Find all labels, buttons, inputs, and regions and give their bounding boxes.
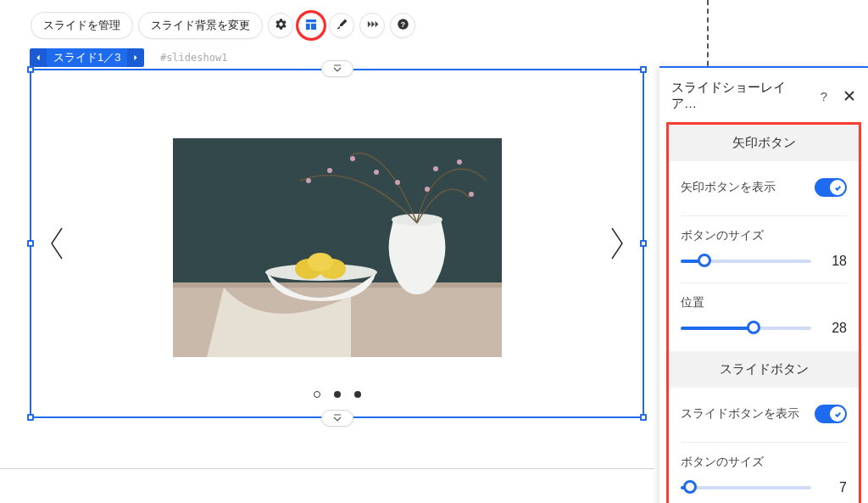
svg-point-10 xyxy=(395,180,400,185)
resize-handle[interactable] xyxy=(27,414,34,421)
svg-text:?: ? xyxy=(400,20,404,29)
arrow-position-slider[interactable] xyxy=(681,322,811,334)
selected-element: スライド1／3 #slideshow1 xyxy=(30,48,644,418)
slidebuttons-section-heading: スライドボタン xyxy=(669,351,859,388)
resize-handle[interactable] xyxy=(640,240,647,247)
arrows-section-heading: 矢印ボタン xyxy=(669,125,859,161)
resize-handle[interactable] xyxy=(640,66,647,73)
panel-highlighted-body: 矢印ボタン 矢印ボタンを表示 ボタンのサイズ 18 位置 xyxy=(666,122,861,503)
layout-panel: スライドショーレイア… ? 矢印ボタン 矢印ボタンを表示 ボタンのサイズ xyxy=(659,66,868,503)
prev-slide-button[interactable] xyxy=(30,48,47,67)
svg-point-18 xyxy=(308,253,333,271)
gear-icon xyxy=(275,18,287,33)
slide-dot[interactable] xyxy=(354,391,361,398)
svg-point-14 xyxy=(425,187,430,192)
show-arrows-toggle[interactable] xyxy=(815,178,847,197)
question-icon: ? xyxy=(397,18,409,33)
arrow-position-value: 28 xyxy=(823,321,847,336)
animations-button[interactable] xyxy=(359,13,385,38)
expand-top-handle[interactable] xyxy=(321,60,353,77)
help-button[interactable]: ? xyxy=(390,13,415,38)
slide-dots xyxy=(31,391,643,398)
resize-handle[interactable] xyxy=(640,414,647,421)
svg-point-6 xyxy=(306,178,311,183)
arrow-size-label: ボタンのサイズ xyxy=(681,228,847,243)
resize-handle[interactable] xyxy=(27,240,34,247)
panel-close-button[interactable] xyxy=(843,89,856,103)
design-button[interactable] xyxy=(329,13,354,38)
question-icon: ? xyxy=(821,89,827,103)
slide-image xyxy=(173,138,502,357)
svg-point-11 xyxy=(433,166,438,171)
arrow-size-value: 18 xyxy=(823,254,847,269)
slidebutton-size-label: ボタンのサイズ xyxy=(681,455,847,470)
svg-point-13 xyxy=(469,192,474,197)
slideshow-next-arrow[interactable] xyxy=(605,223,629,264)
svg-point-7 xyxy=(327,168,332,173)
brush-icon xyxy=(336,18,348,33)
arrow-size-slider[interactable] xyxy=(681,255,811,267)
animation-icon xyxy=(366,18,379,33)
editor-toolbar: スライドを管理 スライド背景を変更 ? xyxy=(31,12,415,39)
expand-bottom-handle[interactable] xyxy=(321,410,353,427)
show-slidebuttons-label: スライドボタンを表示 xyxy=(681,406,799,422)
slide-content xyxy=(42,81,632,406)
arrow-position-label: 位置 xyxy=(681,295,847,310)
svg-point-5 xyxy=(392,214,442,226)
canvas-baseline xyxy=(0,468,654,469)
show-slidebuttons-toggle[interactable] xyxy=(815,405,847,423)
svg-point-9 xyxy=(374,170,379,175)
svg-rect-4 xyxy=(173,282,502,288)
slide-frame[interactable] xyxy=(30,69,644,418)
slideshow-prev-arrow[interactable] xyxy=(45,223,69,264)
layout-icon xyxy=(304,18,318,34)
manage-slides-button[interactable]: スライドを管理 xyxy=(31,12,133,39)
selection-tag: スライド1／3 xyxy=(30,48,144,67)
panel-title: スライドショーレイア… xyxy=(671,80,805,112)
svg-point-8 xyxy=(350,156,355,161)
slide-dot[interactable] xyxy=(314,391,320,398)
panel-help-button[interactable]: ? xyxy=(817,89,831,103)
svg-point-12 xyxy=(457,159,462,165)
slide-dot[interactable] xyxy=(334,391,341,398)
next-slide-button[interactable] xyxy=(127,48,144,67)
selection-label: スライド1／3 xyxy=(47,50,127,65)
alignment-guide xyxy=(707,0,709,75)
slidebutton-size-value: 7 xyxy=(823,480,847,495)
settings-button[interactable] xyxy=(268,13,293,38)
change-background-button[interactable]: スライド背景を変更 xyxy=(138,12,263,39)
close-icon xyxy=(844,89,854,103)
slidebutton-size-slider[interactable] xyxy=(681,482,811,494)
layout-button[interactable] xyxy=(298,13,324,38)
show-arrows-label: 矢印ボタンを表示 xyxy=(681,180,776,195)
selection-id: #slideshow1 xyxy=(155,50,232,65)
resize-handle[interactable] xyxy=(27,66,34,73)
